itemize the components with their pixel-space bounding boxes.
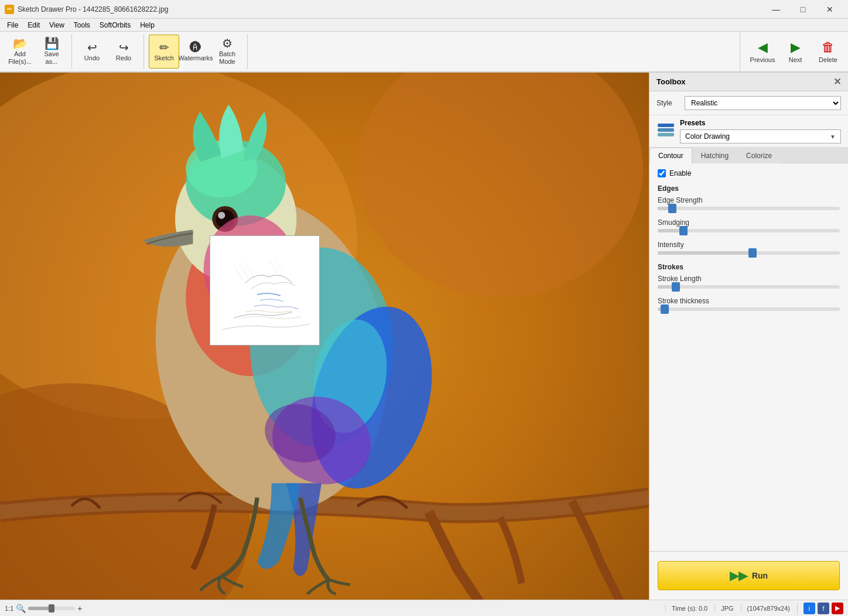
enable-row: Enable	[658, 169, 840, 177]
menu-file[interactable]: File	[2, 20, 23, 30]
previous-icon: ◀	[758, 40, 768, 55]
next-label: Next	[789, 56, 802, 63]
smudging-label: Smudging	[658, 218, 840, 227]
presets-label: Presets	[680, 119, 841, 127]
add-files-label: AddFile(s)...	[8, 50, 32, 66]
title-bar: ✏ Sketch Drawer Pro - 1442285_8066162822…	[0, 0, 848, 19]
stroke-length-slider[interactable]	[658, 285, 840, 289]
zoom-slider[interactable]	[28, 607, 75, 610]
batch-mode-icon: ⚙	[222, 37, 232, 49]
canvas-area[interactable]	[0, 73, 649, 600]
format-display: JPG	[714, 605, 733, 612]
social-icons-group: i f ▶	[797, 603, 843, 614]
sketch-icon: ✏	[159, 42, 169, 53]
presets-row: Presets Color Drawing ▼	[649, 115, 848, 148]
nav-buttons-group: ◀ Previous ▶ Next 🗑 Delete	[740, 31, 843, 72]
smudging-slider[interactable]	[658, 229, 840, 232]
save-icon: 💾	[45, 37, 59, 49]
toolbar-file-group: 📂 AddFile(s)... 💾 Saveas...	[5, 34, 72, 69]
maximize-button[interactable]: □	[789, 0, 816, 19]
zoom-fill	[28, 607, 52, 610]
zoom-thumb[interactable]	[49, 604, 54, 612]
main-area: Toolbox ✕ Style Realistic Presets	[0, 73, 848, 600]
tab-colorize[interactable]: Colorize	[737, 148, 781, 163]
next-button[interactable]: ▶ Next	[780, 35, 811, 69]
redo-button[interactable]: ↪ Redo	[108, 35, 139, 69]
intensity-thumb[interactable]	[748, 248, 757, 258]
close-button[interactable]: ✕	[816, 0, 843, 19]
info-icon[interactable]: i	[803, 603, 815, 614]
previous-button[interactable]: ◀ Previous	[747, 35, 778, 69]
sketch-button[interactable]: ✏ Sketch	[149, 35, 179, 69]
toolbox-panel: Toolbox ✕ Style Realistic Presets	[649, 73, 848, 600]
delete-icon: 🗑	[822, 40, 835, 55]
stroke-thickness-slider[interactable]	[658, 307, 840, 311]
stroke-thickness-thumb[interactable]	[661, 304, 669, 314]
run-button[interactable]: ▶▶ Run	[658, 561, 840, 590]
svg-rect-18	[210, 236, 320, 345]
intensity-label: Intensity	[658, 241, 840, 249]
edge-strength-label: Edge Strength	[658, 196, 840, 204]
watermarks-button[interactable]: 🅐 Watermarks	[180, 35, 211, 69]
style-dropdown[interactable]: Realistic	[685, 96, 841, 110]
minimize-button[interactable]: —	[762, 0, 789, 19]
tab-contour[interactable]: Contour	[649, 148, 692, 163]
menu-help[interactable]: Help	[135, 20, 159, 30]
zoom-level: 1:1	[5, 605, 13, 612]
toolbar: 📂 AddFile(s)... 💾 Saveas... ↩ Undo ↪ Red…	[0, 32, 848, 73]
batch-mode-button[interactable]: ⚙ BatchMode	[212, 35, 242, 69]
batch-mode-label: BatchMode	[219, 50, 235, 66]
edge-strength-thumb[interactable]	[668, 204, 676, 213]
intensity-slider[interactable]	[658, 251, 840, 255]
zoom-out-icon[interactable]: 🔍	[16, 604, 26, 613]
toolbar-history-group: ↩ Undo ↪ Redo	[77, 34, 144, 69]
save-as-button[interactable]: 💾 Saveas...	[36, 35, 67, 69]
enable-label: Enable	[669, 169, 691, 177]
presets-dropdown[interactable]: Color Drawing ▼	[680, 129, 841, 143]
presets-dropdown-arrow: ▼	[830, 134, 836, 140]
svg-point-14	[218, 212, 225, 219]
save-as-label: Saveas...	[44, 50, 59, 66]
redo-icon: ↪	[119, 42, 129, 53]
strokes-section-label: Strokes	[658, 263, 840, 271]
smudging-thumb[interactable]	[679, 226, 688, 235]
bird-image	[0, 73, 649, 600]
window-title: Sketch Drawer Pro - 1442285_80661628222.…	[18, 5, 762, 13]
toolbox-header: Toolbox ✕	[649, 73, 848, 91]
intensity-row: Intensity	[658, 241, 840, 255]
toolbar-tools-group: ✏ Sketch 🅐 Watermarks ⚙ BatchMode	[149, 34, 248, 69]
menu-edit[interactable]: Edit	[23, 20, 45, 30]
svg-rect-24	[658, 124, 674, 127]
menu-bar: File Edit View Tools SoftOrbits Help	[0, 19, 848, 32]
presets-section: Presets Color Drawing ▼	[680, 119, 841, 143]
sketch-label: Sketch	[154, 54, 174, 61]
delete-button[interactable]: 🗑 Delete	[813, 35, 843, 69]
add-files-button[interactable]: 📂 AddFile(s)...	[5, 35, 35, 69]
run-label: Run	[752, 571, 768, 580]
toolbox-close-button[interactable]: ✕	[833, 76, 841, 87]
smudging-row: Smudging	[658, 218, 840, 232]
delete-label: Delete	[819, 56, 837, 63]
stroke-length-thumb[interactable]	[672, 282, 680, 292]
stroke-thickness-label: Stroke thickness	[658, 297, 840, 305]
next-icon: ▶	[791, 40, 801, 55]
edges-section-label: Edges	[658, 184, 840, 193]
presets-icon	[656, 121, 675, 141]
youtube-icon[interactable]: ▶	[832, 603, 843, 614]
facebook-icon[interactable]: f	[818, 603, 829, 614]
previous-label: Previous	[750, 56, 775, 63]
window-controls: — □ ✕	[762, 0, 843, 19]
enable-checkbox[interactable]	[658, 169, 666, 177]
run-button-area: ▶▶ Run	[649, 551, 848, 600]
edge-strength-slider[interactable]	[658, 207, 840, 210]
tab-hatching[interactable]: Hatching	[692, 148, 737, 163]
dimensions-display: (1047x879x24)	[741, 605, 790, 612]
menu-view[interactable]: View	[45, 20, 69, 30]
watermarks-icon: 🅐	[190, 42, 201, 53]
style-row: Style Realistic	[649, 91, 848, 115]
undo-button[interactable]: ↩ Undo	[77, 35, 107, 69]
menu-tools[interactable]: Tools	[69, 20, 95, 30]
preview-box	[210, 235, 320, 345]
zoom-in-icon[interactable]: +	[77, 604, 82, 613]
menu-softorbits[interactable]: SoftOrbits	[95, 20, 135, 30]
